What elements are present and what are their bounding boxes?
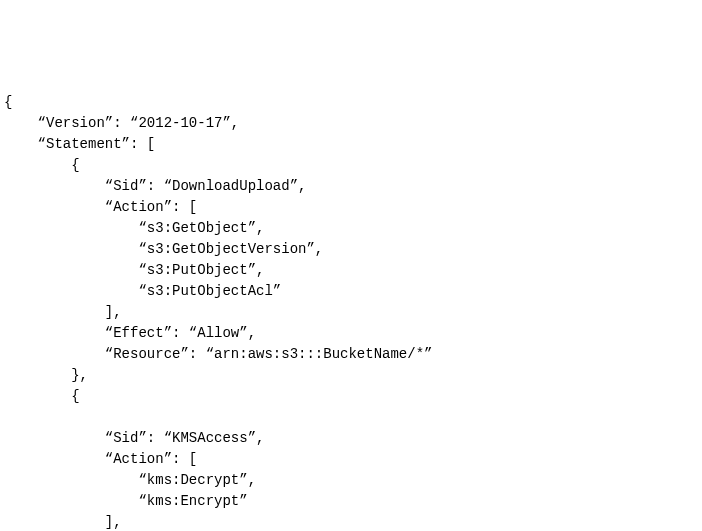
code-line: “Resource”: “arn:aws:s3:::BucketName/*” (4, 346, 432, 362)
code-line: { (4, 157, 80, 173)
iam-policy-code-block: { “Version”: “2012-10-17”, “Statement”: … (4, 92, 698, 531)
code-line: “Effect”: “Allow”, (4, 325, 256, 341)
code-line: “Action”: [ (4, 199, 197, 215)
code-line: ], (4, 304, 122, 320)
code-line: “Sid”: “DownloadUpload”, (4, 178, 306, 194)
code-line: “Version”: “2012-10-17”, (4, 115, 239, 131)
code-line: “Statement”: [ (4, 136, 155, 152)
code-line: “s3:PutObjectAcl” (4, 283, 281, 299)
code-line: “Sid”: “KMSAccess”, (4, 430, 264, 446)
code-line: ], (4, 514, 122, 530)
code-line: }, (4, 367, 88, 383)
code-line: “kms:Encrypt” (4, 493, 248, 509)
code-line: “kms:Decrypt”, (4, 472, 256, 488)
code-line: { (4, 94, 12, 110)
code-line: “s3:GetObject”, (4, 220, 264, 236)
code-line: “s3:PutObject”, (4, 262, 264, 278)
code-line: “s3:GetObjectVersion”, (4, 241, 323, 257)
code-line: { (4, 388, 80, 404)
code-line: “Action”: [ (4, 451, 197, 467)
